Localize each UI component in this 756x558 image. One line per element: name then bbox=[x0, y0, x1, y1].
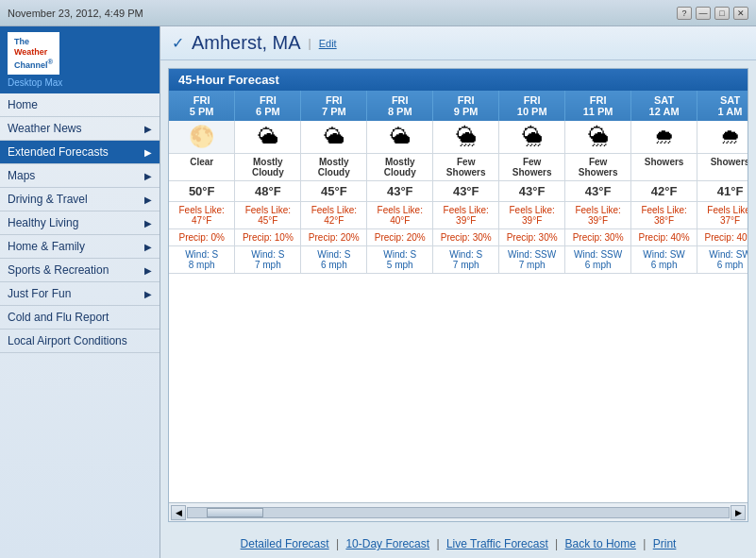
minimize-button[interactable]: — bbox=[696, 7, 711, 20]
nav-label: Maps bbox=[8, 169, 35, 182]
close-button[interactable]: ✕ bbox=[733, 7, 748, 20]
forecast-precip-4: Precip: 30% bbox=[433, 229, 499, 246]
main-layout: The Weather Channel® Desktop Max HomeWea… bbox=[0, 26, 756, 558]
nav-arrow: ▶ bbox=[144, 194, 152, 205]
weather-icon-2: 🌥 bbox=[324, 125, 344, 148]
forecast-col-header-5: FRI10 PM bbox=[499, 91, 565, 121]
sep4: | bbox=[643, 537, 648, 550]
forecast-wind-4: Wind: S7 mph bbox=[433, 246, 499, 274]
scroll-thumb[interactable] bbox=[207, 508, 263, 517]
tenday-forecast-link[interactable]: 10-Day Forecast bbox=[345, 537, 429, 550]
forecast-icon-5: 🌦 bbox=[499, 121, 565, 154]
detailed-forecast-link[interactable]: Detailed Forecast bbox=[241, 537, 329, 550]
forecast-condition-7: Showers bbox=[631, 154, 697, 181]
city-name: Amherst, MA bbox=[192, 32, 301, 54]
help-button[interactable]: ? bbox=[677, 7, 692, 20]
forecast-precip-6: Precip: 30% bbox=[565, 229, 631, 246]
forecast-temp-3: 43°F bbox=[367, 181, 433, 202]
weather-icon-1: 🌥 bbox=[258, 125, 278, 148]
sep1: | bbox=[336, 537, 342, 550]
forecast-temp-8: 41°F bbox=[697, 181, 748, 202]
weather-icon-8: 🌧 bbox=[720, 125, 741, 148]
forecast-precip-2: Precip: 20% bbox=[301, 229, 367, 246]
weather-icon-5: 🌦 bbox=[522, 125, 543, 148]
forecast-table-wrapper[interactable]: FRI5 PMFRI6 PMFRI7 PMFRI8 PMFRI9 PMFRI10… bbox=[169, 91, 748, 502]
window-controls: ? — □ ✕ bbox=[677, 7, 748, 20]
forecast-condition-4: Few Showers bbox=[433, 154, 499, 181]
forecast-precip-1: Precip: 10% bbox=[235, 229, 301, 246]
nav-arrow: ▶ bbox=[144, 242, 152, 252]
nav-item-weather-news[interactable]: Weather News▶ bbox=[0, 117, 160, 141]
forecast-wind-6: Wind: SSW6 mph bbox=[565, 246, 631, 274]
nav-label: Local Airport Conditions bbox=[8, 334, 127, 347]
nav-item-extended-forecasts[interactable]: Extended Forecasts▶ bbox=[0, 141, 160, 164]
forecast-condition-0: Clear bbox=[169, 154, 235, 181]
nav-item-healthy-living[interactable]: Healthy Living▶ bbox=[0, 211, 160, 235]
nav-item-driving---travel[interactable]: Driving & Travel▶ bbox=[0, 188, 160, 211]
forecast-col-header-3: FRI8 PM bbox=[367, 91, 433, 121]
scroll-left-arrow[interactable]: ◀ bbox=[171, 505, 186, 520]
forecast-feels-8: Feels Like: 37°F bbox=[697, 202, 748, 229]
scroll-right-arrow[interactable]: ▶ bbox=[731, 505, 746, 520]
forecast-table: FRI5 PMFRI6 PMFRI7 PMFRI8 PMFRI9 PMFRI10… bbox=[169, 91, 748, 274]
forecast-icon-1: 🌥 bbox=[235, 121, 301, 154]
forecast-condition-2: Mostly Cloudy bbox=[301, 154, 367, 181]
scrollbar-row[interactable]: ◀ ▶ bbox=[169, 502, 748, 521]
forecast-temp-7: 42°F bbox=[631, 181, 697, 202]
forecast-feels-4: Feels Like: 39°F bbox=[433, 202, 499, 229]
edit-link[interactable]: Edit bbox=[319, 38, 337, 49]
nav-label: Driving & Travel bbox=[8, 193, 88, 206]
forecast-col-header-7: SAT12 AM bbox=[631, 91, 697, 121]
nav-item-home---family[interactable]: Home & Family▶ bbox=[0, 235, 160, 259]
sep2: | bbox=[436, 537, 442, 550]
forecast-condition-3: Mostly Cloudy bbox=[367, 154, 433, 181]
maximize-button[interactable]: □ bbox=[714, 7, 730, 20]
title-bar: November 23, 2012, 4:49 PM ? — □ ✕ bbox=[0, 0, 756, 26]
print-link[interactable]: Print bbox=[653, 537, 677, 550]
forecast-temp-6: 43°F bbox=[565, 181, 631, 202]
traffic-forecast-link[interactable]: Live Traffic Forecast bbox=[446, 537, 548, 550]
forecast-col-header-8: SAT1 AM bbox=[697, 91, 748, 121]
nav-arrow: ▶ bbox=[144, 265, 152, 276]
datetime: November 23, 2012, 4:49 PM bbox=[8, 8, 143, 19]
forecast-title: 45-Hour Forecast bbox=[169, 69, 748, 91]
back-home-link[interactable]: Back to Home bbox=[565, 537, 636, 550]
forecast-wind-5: Wind: SSW7 mph bbox=[499, 246, 565, 274]
forecast-condition-6: Few Showers bbox=[565, 154, 631, 181]
sidebar: The Weather Channel® Desktop Max HomeWea… bbox=[0, 26, 160, 558]
nav-item-home[interactable]: Home bbox=[0, 93, 160, 117]
forecast-wind-8: Wind: SW6 mph bbox=[697, 246, 748, 274]
forecast-temp-4: 43°F bbox=[433, 181, 499, 202]
forecast-col-header-0: FRI5 PM bbox=[169, 91, 235, 121]
nav-label: Extended Forecasts bbox=[8, 145, 109, 159]
nav-item-sports---recreation[interactable]: Sports & Recreation▶ bbox=[0, 259, 160, 282]
forecast-icon-6: 🌦 bbox=[565, 121, 631, 154]
forecast-feels-2: Feels Like: 42°F bbox=[301, 202, 367, 229]
nav-item-maps[interactable]: Maps▶ bbox=[0, 164, 160, 188]
forecast-condition-8: Showers bbox=[697, 154, 748, 181]
nav-label: Sports & Recreation bbox=[8, 263, 109, 277]
forecast-precip-3: Precip: 20% bbox=[367, 229, 433, 246]
forecast-header-row: FRI5 PMFRI6 PMFRI7 PMFRI8 PMFRI9 PMFRI10… bbox=[169, 91, 748, 121]
nav-arrow: ▶ bbox=[144, 147, 152, 158]
scroll-track[interactable] bbox=[187, 507, 730, 518]
nav-arrow: ▶ bbox=[144, 218, 152, 228]
logo-line2: Weather bbox=[14, 47, 53, 58]
content-header: ✓ Amherst, MA | Edit bbox=[160, 26, 756, 60]
nav-item-cold-and-flu-report[interactable]: Cold and Flu Report bbox=[0, 306, 160, 330]
header-separator: | bbox=[309, 37, 311, 50]
forecast-temp-5: 43°F bbox=[499, 181, 565, 202]
nav-label: Home bbox=[8, 98, 38, 111]
forecast-temp-0: 50°F bbox=[169, 181, 235, 202]
forecast-panel: 45-Hour Forecast FRI5 PMFRI6 PMFRI7 PMFR… bbox=[168, 68, 748, 522]
forecast-icon-8: 🌧 bbox=[697, 121, 748, 154]
content-area: ✓ Amherst, MA | Edit 45-Hour Forecast FR… bbox=[160, 26, 756, 558]
forecast-precip-5: Precip: 30% bbox=[499, 229, 565, 246]
forecast-precip-8: Precip: 40% bbox=[697, 229, 748, 246]
nav-item-just-for-fun[interactable]: Just For Fun▶ bbox=[0, 282, 160, 306]
nav-label: Home & Family bbox=[8, 240, 85, 253]
forecast-temp-2: 45°F bbox=[301, 181, 367, 202]
sep3: | bbox=[555, 537, 561, 550]
forecast-wind-3: Wind: S5 mph bbox=[367, 246, 433, 274]
nav-item-local-airport-conditions[interactable]: Local Airport Conditions bbox=[0, 330, 160, 353]
